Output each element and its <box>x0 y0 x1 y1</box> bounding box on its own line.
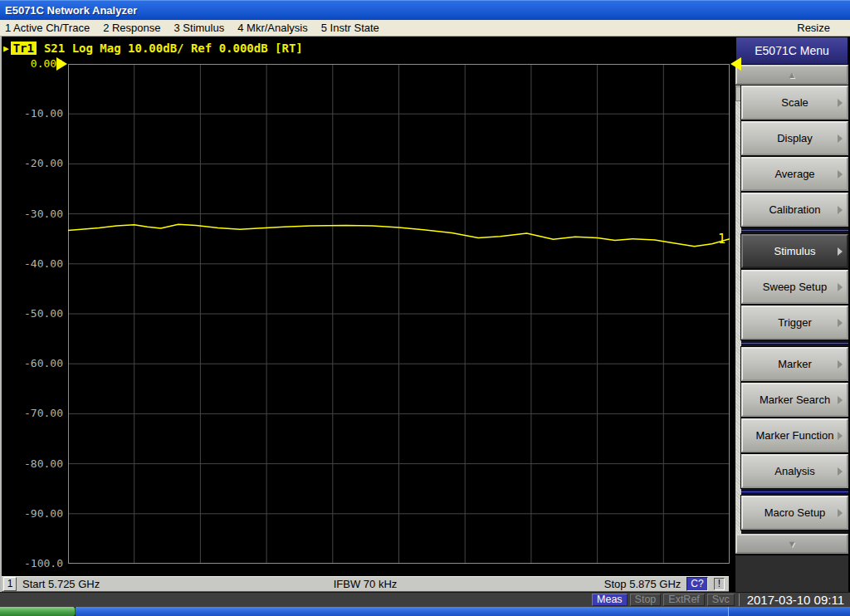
menu-scrollbar[interactable] <box>735 86 741 534</box>
y-axis-tick-label: -70.00 <box>2 407 63 420</box>
trace-number-label: 1 <box>718 232 725 247</box>
channel-status-bar: 1 Start 5.725 GHz IFBW 70 kHz Stop 5.875… <box>2 576 729 592</box>
chevron-right-icon <box>838 247 843 256</box>
chevron-right-icon <box>838 396 843 404</box>
system-tray <box>728 607 850 616</box>
menu-button-analysis[interactable]: Analysis <box>741 454 848 488</box>
stop-group: Stop 5.875 GHz C? ! <box>604 577 725 591</box>
menu-button-average[interactable]: Average <box>741 157 848 191</box>
menu-button-sweep-setup[interactable]: Sweep Setup <box>741 270 848 304</box>
menubar-item-resize[interactable]: Resize <box>797 22 830 34</box>
active-trace-arrow-icon: ▶ <box>3 43 9 54</box>
start-frequency-label: Start 5.725 GHz <box>22 578 100 590</box>
instrument-status-bar: Meas Stop ExtRef Svc 2017-03-10 09:11 <box>0 592 850 607</box>
stop-status-badge: Stop <box>630 594 662 606</box>
y-axis-tick-label: -100.0 <box>2 557 63 570</box>
menu-button-marker-function[interactable]: Marker Function <box>741 418 848 452</box>
chevron-right-icon <box>838 432 843 440</box>
channel-number-box: 1 <box>3 577 17 591</box>
menu-button-label: Scale <box>781 96 808 109</box>
menu-button-scale[interactable]: Scale <box>741 86 848 120</box>
main-row: ▶ Tr1 S21 Log Mag 10.00dB/ Ref 0.000dB [… <box>0 37 850 592</box>
taskbar-strip <box>76 607 728 616</box>
y-axis-tick-label: -20.00 <box>2 157 63 170</box>
y-axis-tick-label: -60.00 <box>2 357 63 370</box>
start-button[interactable] <box>0 607 76 616</box>
warning-badge: ! <box>714 578 725 590</box>
chevron-right-icon <box>838 170 843 178</box>
calibration-status-badge: C? <box>686 577 707 591</box>
chevron-right-icon <box>838 283 843 291</box>
menu-button-macro-setup[interactable]: Macro Setup <box>741 496 848 530</box>
status-divider <box>739 594 740 606</box>
datetime-display: 2017-03-10 09:11 <box>744 593 848 607</box>
chevron-right-icon <box>838 467 843 476</box>
menu-button-label: Marker Function <box>756 429 834 442</box>
chevron-right-icon <box>838 99 843 107</box>
chevron-right-icon <box>838 319 843 327</box>
chevron-right-icon <box>838 134 843 143</box>
window-title: E5071C Network Analyzer <box>5 4 137 17</box>
svc-status-badge: Svc <box>707 594 735 606</box>
menu-button-label: Analysis <box>774 465 814 477</box>
menu-group-separator <box>741 228 848 232</box>
menu-button-label: Average <box>774 168 814 180</box>
extref-status-badge: ExtRef <box>663 594 705 606</box>
trace-header: ▶ Tr1 S21 Log Mag 10.00dB/ Ref 0.000dB [… <box>3 42 303 55</box>
chevron-right-icon <box>838 206 843 214</box>
menu-group-separator <box>741 490 848 494</box>
menubar-item-1-active-ch-trace[interactable]: 1 Active Ch/Trace <box>5 22 90 34</box>
menu-button-stimulus[interactable]: Stimulus <box>741 234 848 268</box>
menu-button-label: Trigger <box>778 316 812 329</box>
menu-button-display[interactable]: Display <box>741 121 848 155</box>
arrow-up-icon: ▲ <box>788 70 797 80</box>
plot-svg: 1 <box>68 64 730 564</box>
menu-button-label: Marker Search <box>760 394 830 406</box>
meas-status-badge: Meas <box>592 594 628 606</box>
menu-button-label: Marker <box>778 358 811 370</box>
menu-button-marker-search[interactable]: Marker Search <box>741 383 848 417</box>
sidebar-buttons: ScaleDisplayAverageCalibrationStimulusSw… <box>741 86 848 534</box>
menu-button-trigger[interactable]: Trigger <box>741 306 848 340</box>
y-axis-tick-label: -50.00 <box>2 307 63 320</box>
softkey-menu-body: ScaleDisplayAverageCalibrationStimulusSw… <box>735 86 848 534</box>
trace-descriptor: S21 Log Mag 10.00dB/ Ref 0.000dB [RT] <box>44 42 303 55</box>
stop-frequency-label: Stop 5.875 GHz <box>604 578 681 590</box>
menubar-item-3-stimulus[interactable]: 3 Stimulus <box>174 22 225 34</box>
menu-button-label: Display <box>777 132 813 144</box>
instrument-display: ▶ Tr1 S21 Log Mag 10.00dB/ Ref 0.000dB [… <box>0 37 735 592</box>
softkey-menu-header: E5071C Menu <box>735 37 848 65</box>
window-titlebar: E5071C Network Analyzer <box>0 0 850 20</box>
chevron-right-icon <box>838 360 843 369</box>
softkey-menu-filler <box>735 555 848 592</box>
menu-button-calibration[interactable]: Calibration <box>741 193 848 227</box>
softkey-menu: E5071C Menu ▲ ScaleDisplayAverageCalibra… <box>735 37 848 592</box>
menubar-item-5-instr-state[interactable]: 5 Instr State <box>321 22 379 34</box>
chevron-right-icon <box>838 509 843 517</box>
menu-scroll-down-button[interactable]: ▼ <box>735 534 848 554</box>
y-axis-tick-label: -80.00 <box>2 457 63 471</box>
menu-group-separator <box>741 341 848 345</box>
y-axis-tick-label: 0.000 <box>2 57 63 71</box>
menu-scrollbar-thumb[interactable] <box>735 86 741 101</box>
menu-button-marker[interactable]: Marker <box>741 347 848 381</box>
menubar-items: 1 Active Ch/Trace2 Response3 Stimulus4 M… <box>5 22 393 34</box>
menu-button-label: Calibration <box>769 203 820 216</box>
menubar-item-2-response[interactable]: 2 Response <box>103 22 160 34</box>
y-axis-tick-label: -30.00 <box>2 208 63 221</box>
menu-button-label: Stimulus <box>774 245 816 257</box>
y-axis-tick-label: -90.00 <box>2 507 63 521</box>
y-axis-tick-label: -10.00 <box>2 107 63 120</box>
arrow-down-icon: ▼ <box>788 539 797 549</box>
os-taskbar <box>0 607 850 616</box>
menubar: 1 Active Ch/Trace2 Response3 Stimulus4 M… <box>0 20 850 37</box>
y-axis-tick-label: -40.00 <box>2 257 63 271</box>
trace-name-badge[interactable]: Tr1 <box>11 42 37 55</box>
menu-button-label: Macro Setup <box>765 506 826 519</box>
menu-button-label: Sweep Setup <box>763 281 827 293</box>
menu-scroll-up-button[interactable]: ▲ <box>735 65 848 85</box>
menubar-item-4-mkr-analysis[interactable]: 4 Mkr/Analysis <box>237 22 308 34</box>
